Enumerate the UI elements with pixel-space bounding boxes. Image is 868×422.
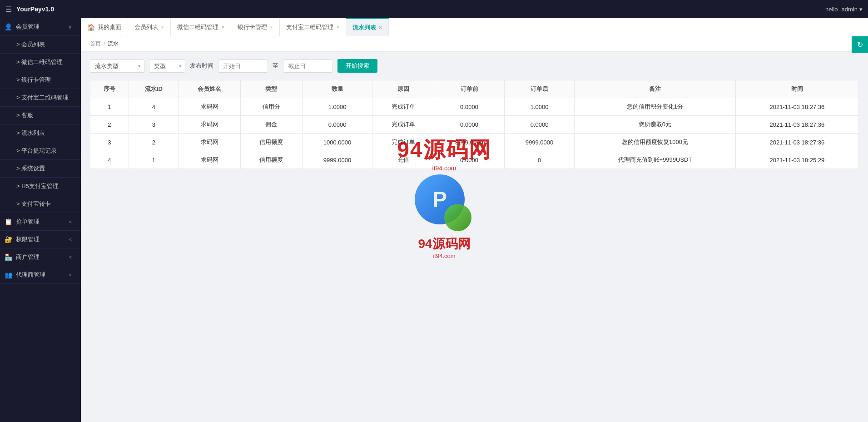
sidebar-item-order-management[interactable]: 📋 抢单管理 < bbox=[0, 213, 81, 231]
agent-icon: 👥 bbox=[5, 271, 12, 278]
sidebar-label-system-settings: > 系统设置 bbox=[16, 164, 45, 173]
table-cell: 0.0000 bbox=[434, 151, 505, 169]
chevron-down-icon: ∨ bbox=[68, 24, 72, 30]
table-cell: 3 bbox=[129, 116, 179, 134]
tab-close-wechat-qr[interactable]: × bbox=[221, 24, 224, 30]
sidebar-item-flow-list[interactable]: > 流水列表 bbox=[0, 124, 81, 142]
topbar-left: ☰ YourPayv1.0 bbox=[5, 5, 54, 14]
sidebar-label-customer-service: > 客服 bbox=[16, 111, 33, 119]
sidebar-item-customer-service[interactable]: > 客服 bbox=[0, 107, 81, 124]
table-cell: 0.0000 bbox=[302, 116, 372, 134]
breadcrumb-sep: / bbox=[104, 41, 105, 47]
tab-member-list-label: 会员列表 bbox=[134, 23, 158, 31]
merchant-icon: 🏪 bbox=[5, 253, 12, 261]
sidebar-item-wechat-qr[interactable]: > 微信二维码管理 bbox=[0, 54, 81, 71]
permission-icon: 🔐 bbox=[5, 236, 12, 243]
table-cell: 充值 bbox=[372, 151, 434, 169]
page-content: 流水类型 信用分 佣金 信用额度 类型 完成订单 充值 发布时间 至 bbox=[81, 52, 868, 422]
content-area: 🏠 我的桌面 会员列表 × 微信二维码管理 × 银行卡管理 × 支付宝二维码管理 bbox=[81, 18, 868, 422]
sidebar-item-platform-withdrawal[interactable]: > 平台提现记录 bbox=[0, 142, 81, 160]
sidebar-item-merchant-management[interactable]: 🏪 商户管理 < bbox=[0, 248, 81, 266]
col-after: 订单后 bbox=[504, 80, 575, 98]
sidebar-label-member-management: 会员管理 bbox=[16, 23, 40, 31]
tab-close-alipay-qr[interactable]: × bbox=[336, 24, 339, 30]
table-cell: 求码网 bbox=[179, 98, 240, 116]
date-start-input[interactable] bbox=[218, 60, 268, 73]
tab-close-bank-card[interactable]: × bbox=[270, 24, 273, 30]
col-member: 会员姓名 bbox=[179, 80, 240, 98]
menu-toggle-button[interactable]: ☰ bbox=[5, 5, 12, 14]
sidebar-item-bank-card[interactable]: > 银行卡管理 bbox=[0, 71, 81, 89]
chevron-right-icon3: < bbox=[69, 254, 72, 260]
tab-alipay-qr-mgmt[interactable]: 支付宝二维码管理 × bbox=[280, 18, 346, 36]
tabs-container: 🏠 我的桌面 会员列表 × 微信二维码管理 × 银行卡管理 × 支付宝二维码管理 bbox=[81, 18, 868, 36]
table-cell: 9999.0000 bbox=[504, 134, 575, 151]
tab-flow-list-label: 流水列表 bbox=[352, 24, 376, 32]
tab-bank-card-label: 银行卡管理 bbox=[238, 23, 267, 31]
sidebar-label-member-list: > 会员列表 bbox=[16, 40, 45, 49]
chevron-right-icon4: < bbox=[69, 272, 72, 278]
breadcrumb-current: 流水 bbox=[108, 40, 119, 48]
date-separator: 至 bbox=[273, 62, 278, 70]
table-cell: 信用分 bbox=[240, 98, 302, 116]
tab-flow-list[interactable]: 流水列表 × bbox=[346, 18, 389, 36]
sidebar-label-merchant-management: 商户管理 bbox=[16, 253, 40, 261]
table-cell: 0 bbox=[504, 151, 575, 169]
table-cell: 1.0000 bbox=[504, 98, 575, 116]
category-select[interactable]: 类型 完成订单 充值 bbox=[149, 60, 185, 73]
tab-wechat-qr-mgmt[interactable]: 微信二维码管理 × bbox=[171, 18, 231, 36]
sidebar-label-wechat-qr: > 微信二维码管理 bbox=[16, 58, 63, 66]
chevron-right-icon2: < bbox=[69, 237, 72, 242]
table-row: 32求码网信用额度1000.0000完成订单8999.00009999.0000… bbox=[90, 134, 859, 151]
date-end-input[interactable] bbox=[283, 60, 333, 73]
col-before: 订单前 bbox=[434, 80, 505, 98]
tab-member-list[interactable]: 会员列表 × bbox=[128, 18, 171, 36]
topbar-right: hello admin ▾ bbox=[825, 6, 863, 13]
search-button[interactable]: 开始搜索 bbox=[337, 59, 377, 73]
hello-label: hello bbox=[825, 6, 838, 13]
sidebar-label-platform-withdrawal: > 平台提现记录 bbox=[16, 147, 57, 155]
table-cell: 求码网 bbox=[179, 151, 240, 169]
tab-home[interactable]: 🏠 我的桌面 bbox=[81, 18, 128, 36]
breadcrumb: 首页 / 流水 bbox=[81, 36, 868, 52]
sidebar-item-h5-alipay[interactable]: > H5支付宝管理 bbox=[0, 178, 81, 195]
flow-type-select-wrapper: 流水类型 信用分 佣金 信用额度 bbox=[90, 60, 144, 73]
sidebar-item-member-list[interactable]: > 会员列表 bbox=[0, 36, 81, 54]
table-cell: 信用额度 bbox=[240, 134, 302, 151]
table-cell: 2021-11-03 18:27:36 bbox=[735, 134, 858, 151]
tab-close-member-list[interactable]: × bbox=[161, 24, 164, 30]
watermark-text-secondary: 94源码网 bbox=[418, 235, 470, 253]
sidebar-label-bank-card: > 银行卡管理 bbox=[16, 76, 51, 84]
sidebar-item-alipay-transfer[interactable]: > 支付宝转卡 bbox=[0, 195, 81, 213]
sidebar-item-permission-management[interactable]: 🔐 权限管理 < bbox=[0, 231, 81, 248]
col-id: 流水ID bbox=[129, 80, 179, 98]
tab-close-flow-list[interactable]: × bbox=[379, 25, 382, 31]
table-cell: 8999.0000 bbox=[434, 134, 505, 151]
tab-home-label: 我的桌面 bbox=[98, 23, 121, 31]
category-select-wrapper: 类型 完成订单 充值 bbox=[149, 60, 185, 73]
date-label: 发布时间 bbox=[190, 62, 213, 70]
table-row: 41求码网信用额度9999.0000充值0.00000代理商充值到账+9999U… bbox=[90, 151, 859, 169]
sidebar-item-member-management[interactable]: 👤 会员管理 ∨ bbox=[0, 18, 81, 36]
main-layout: 👤 会员管理 ∨ > 会员列表 > 微信二维码管理 > 银行卡管理 > 支付宝二… bbox=[0, 18, 868, 422]
col-type: 类型 bbox=[240, 80, 302, 98]
search-bar: 流水类型 信用分 佣金 信用额度 类型 完成订单 充值 发布时间 至 bbox=[90, 59, 859, 73]
table-cell: 0.0000 bbox=[434, 98, 505, 116]
table-cell: 2021-11-03 18:27:36 bbox=[735, 98, 858, 116]
sidebar-item-alipay-qr[interactable]: > 支付宝二维码管理 bbox=[0, 89, 81, 107]
user-menu[interactable]: admin ▾ bbox=[842, 6, 863, 13]
table-row: 23求码网佣金0.0000完成订单0.00000.0000您所赚取0元2021-… bbox=[90, 116, 859, 134]
flow-type-select[interactable]: 流水类型 信用分 佣金 信用额度 bbox=[90, 60, 144, 73]
tabs-bar: 🏠 我的桌面 会员列表 × 微信二维码管理 × 银行卡管理 × 支付宝二维码管理 bbox=[81, 18, 868, 36]
tab-bank-card-mgmt[interactable]: 银行卡管理 × bbox=[231, 18, 280, 36]
app-logo: YourPayv1.0 bbox=[16, 5, 54, 13]
home-icon: 🏠 bbox=[87, 24, 95, 31]
sidebar-item-system-settings[interactable]: > 系统设置 bbox=[0, 160, 81, 178]
col-amount: 数量 bbox=[302, 80, 372, 98]
sidebar-label-agent-management: 代理商管理 bbox=[16, 271, 45, 279]
watermark-url2: it94.com bbox=[433, 253, 455, 259]
sidebar-item-agent-management[interactable]: 👥 代理商管理 < bbox=[0, 266, 81, 284]
refresh-button[interactable]: ↻ bbox=[852, 36, 868, 53]
chevron-right-icon: < bbox=[69, 219, 72, 224]
table-row: 14求码网信用分1.0000完成订单0.00001.0000您的信用积分变化1分… bbox=[90, 98, 859, 116]
